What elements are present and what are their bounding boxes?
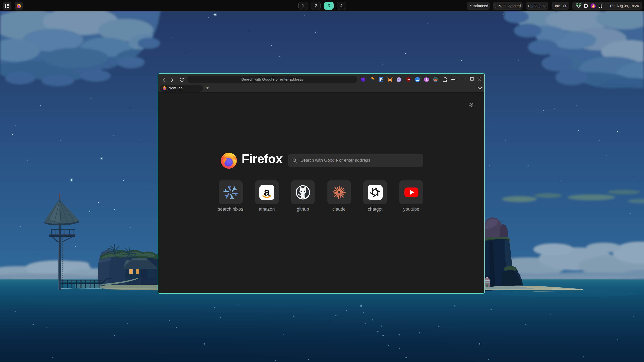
svg-text:a: a bbox=[264, 186, 270, 198]
svg-text:uO: uO bbox=[407, 78, 410, 81]
